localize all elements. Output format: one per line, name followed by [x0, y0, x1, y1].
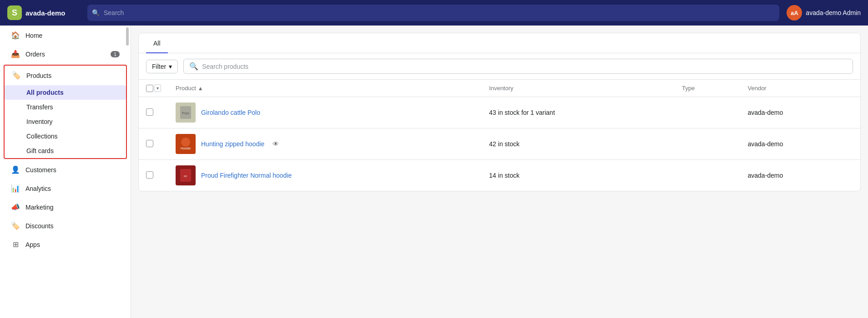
row1-thumbnail: Polo	[176, 103, 196, 123]
products-table: ▾ Product ▲ Inventory	[139, 80, 860, 191]
row1-checkbox[interactable]	[146, 108, 153, 116]
sidebar: 🏠 Home 📥 Orders 1 🏷️ Products All produc…	[0, 26, 131, 318]
row3-checkbox-cell	[139, 160, 168, 191]
sidebar-label-orders: Orders	[25, 51, 45, 58]
table-row: Hoodie Hunting zipped hoodie 👁 42 in sto…	[139, 128, 860, 160]
table-header-row: ▾ Product ▲ Inventory	[139, 80, 860, 97]
row1-thumb-svg: Polo	[176, 103, 196, 123]
products-icon: 🏷️	[12, 71, 21, 80]
row2-checkbox[interactable]	[146, 140, 153, 147]
brand: S avada-demo	[7, 5, 80, 20]
sidebar-item-inventory[interactable]: Inventory	[5, 114, 126, 129]
row1-checkbox-cell	[139, 97, 168, 128]
sidebar-label-products: Products	[26, 72, 51, 79]
user-name: avada-demo Admin	[806, 9, 861, 16]
sidebar-label-home: Home	[25, 32, 42, 39]
customers-icon: 👤	[11, 165, 20, 174]
gift-cards-label: Gift cards	[26, 147, 54, 154]
row3-product-link[interactable]: Proud Firefighter Normal hoodie	[201, 172, 292, 179]
collections-label: Collections	[26, 133, 57, 140]
row2-inventory: 42 in stock	[489, 140, 520, 148]
product-search-icon: 🔍	[189, 62, 198, 71]
product-search-input[interactable]	[202, 63, 847, 70]
inventory-label: Inventory	[26, 118, 53, 125]
sidebar-item-marketing[interactable]: 📣 Marketing	[4, 198, 127, 216]
filter-dropdown-icon: ▾	[169, 63, 172, 70]
filter-button[interactable]: Filter ▾	[146, 60, 178, 73]
select-all-checkbox[interactable]	[146, 85, 153, 92]
row2-checkbox-cell	[139, 128, 168, 160]
th-vendor-label: Vendor	[747, 85, 766, 92]
tab-all[interactable]: All	[146, 33, 168, 53]
filter-label: Filter	[152, 63, 166, 70]
sidebar-item-products[interactable]: 🏷️ Products	[5, 67, 126, 84]
sidebar-item-analytics[interactable]: 📊 Analytics	[4, 180, 127, 197]
products-subnav: All products Transfers Inventory Collect…	[5, 85, 126, 158]
sidebar-item-transfers[interactable]: Transfers	[5, 100, 126, 114]
svg-text:FF: FF	[184, 175, 187, 178]
sidebar-item-home[interactable]: 🏠 Home	[4, 26, 127, 44]
svg-text:Hoodie: Hoodie	[181, 147, 191, 150]
topbar: S avada-demo 🔍 aA avada-demo Admin	[0, 0, 868, 26]
row3-inventory: 14 in stock	[489, 172, 520, 179]
row1-inventory: 43 in stock for 1 variant	[489, 109, 555, 116]
sidebar-item-collections[interactable]: Collections	[5, 129, 126, 144]
user-menu[interactable]: aA avada-demo Admin	[787, 5, 861, 21]
row2-vendor-cell: avada-demo	[740, 128, 860, 160]
sidebar-item-orders[interactable]: 📥 Orders 1	[4, 45, 127, 63]
row2-inventory-cell: 42 in stock	[482, 128, 675, 160]
content-area: All Filter ▾ 🔍	[131, 26, 868, 318]
sidebar-item-gift-cards[interactable]: Gift cards	[5, 144, 126, 158]
search-container: 🔍	[87, 5, 779, 21]
visibility-icon: 👁	[273, 140, 279, 148]
sidebar-item-apps[interactable]: ⊞ Apps	[4, 236, 127, 253]
th-checkbox: ▾	[139, 80, 168, 97]
sidebar-label-apps: Apps	[25, 241, 40, 248]
row3-type-cell	[675, 160, 740, 191]
sidebar-label-discounts: Discounts	[25, 222, 53, 230]
brand-name: avada-demo	[25, 9, 66, 17]
sidebar-item-all-products[interactable]: All products	[5, 85, 126, 100]
shopify-logo-icon: S	[7, 5, 22, 20]
analytics-icon: 📊	[11, 184, 20, 193]
th-type-label: Type	[682, 85, 695, 92]
th-type: Type	[675, 80, 740, 97]
th-product-label: Product	[176, 85, 196, 92]
row3-inventory-cell: 14 in stock	[482, 160, 675, 191]
row2-product-cell: Hoodie Hunting zipped hoodie 👁	[168, 128, 482, 160]
sort-icon[interactable]: ▲	[198, 85, 203, 92]
search-input[interactable]	[87, 5, 779, 21]
svg-point-4	[181, 138, 190, 147]
row3-checkbox[interactable]	[146, 171, 153, 179]
select-all-dropdown-icon[interactable]: ▾	[154, 84, 161, 92]
products-panel: All Filter ▾ 🔍	[138, 33, 861, 191]
row2-vendor: avada-demo	[747, 140, 783, 148]
sidebar-item-customers[interactable]: 👤 Customers	[4, 161, 127, 179]
search-icon: 🔍	[92, 9, 100, 16]
apps-icon: ⊞	[11, 240, 20, 249]
orders-icon: 📥	[11, 50, 20, 58]
sidebar-label-analytics: Analytics	[25, 185, 51, 192]
row3-thumb-svg: FF	[176, 165, 196, 185]
filter-bar: Filter ▾ 🔍	[139, 53, 860, 80]
products-section: 🏷️ Products All products Transfers Inven…	[4, 65, 127, 159]
avatar: aA	[787, 5, 802, 21]
sidebar-item-discounts[interactable]: 🏷️ Discounts	[4, 217, 127, 235]
main-layout: 🏠 Home 📥 Orders 1 🏷️ Products All produc…	[0, 26, 868, 318]
row1-vendor: avada-demo	[747, 109, 783, 116]
th-product: Product ▲	[168, 80, 482, 97]
select-all-checkbox-container: ▾	[146, 84, 161, 92]
row3-thumbnail: FF	[176, 165, 196, 185]
all-products-label: All products	[26, 89, 64, 96]
home-icon: 🏠	[11, 31, 20, 40]
row1-type-cell	[675, 97, 740, 128]
product-search-container: 🔍	[183, 59, 853, 74]
scroll-indicator	[126, 27, 129, 46]
th-inventory: Inventory	[482, 80, 675, 97]
svg-text:Polo: Polo	[182, 111, 190, 115]
row2-thumbnail: Hoodie	[176, 134, 196, 154]
row3-vendor-cell: avada-demo	[740, 160, 860, 191]
row2-product-link[interactable]: Hunting zipped hoodie	[201, 140, 264, 148]
row1-product-link[interactable]: Girolando cattle Polo	[201, 109, 260, 116]
row3-product-cell: FF Proud Firefighter Normal hoodie	[168, 160, 482, 191]
